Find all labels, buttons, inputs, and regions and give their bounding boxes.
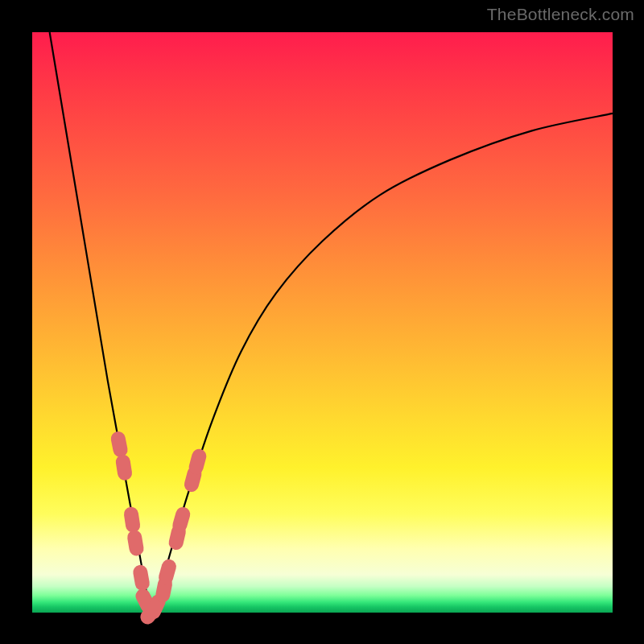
- scatter-dot: [118, 439, 121, 450]
- chart-frame: TheBottleneck.com: [0, 0, 644, 644]
- scatter-dot: [196, 456, 200, 468]
- svg-line-0: [118, 439, 121, 450]
- scatter-dot: [166, 567, 169, 577]
- plot-area: [32, 32, 613, 613]
- scatter-group: [118, 439, 200, 617]
- scatter-dot: [180, 514, 183, 525]
- svg-line-2: [131, 514, 133, 526]
- svg-line-12: [192, 473, 195, 485]
- svg-line-9: [166, 567, 169, 577]
- svg-line-11: [180, 514, 183, 525]
- scatter-dot: [154, 601, 159, 612]
- scatter-dot: [142, 596, 147, 606]
- svg-line-1: [123, 462, 125, 473]
- scatter-dot: [131, 514, 133, 526]
- svg-line-7: [154, 601, 159, 612]
- watermark-text: TheBottleneck.com: [487, 5, 634, 24]
- curve-svg: [32, 32, 613, 613]
- scatter-dot: [140, 572, 142, 584]
- svg-line-8: [163, 584, 165, 595]
- svg-line-10: [176, 531, 179, 543]
- scatter-dot: [123, 462, 125, 473]
- svg-line-3: [134, 538, 136, 549]
- svg-line-4: [140, 572, 142, 584]
- scatter-dot: [163, 584, 165, 595]
- scatter-dot: [192, 473, 195, 485]
- scatter-dot: [134, 538, 136, 549]
- svg-line-5: [142, 596, 147, 606]
- scatter-dot: [176, 531, 179, 543]
- svg-line-13: [196, 456, 200, 468]
